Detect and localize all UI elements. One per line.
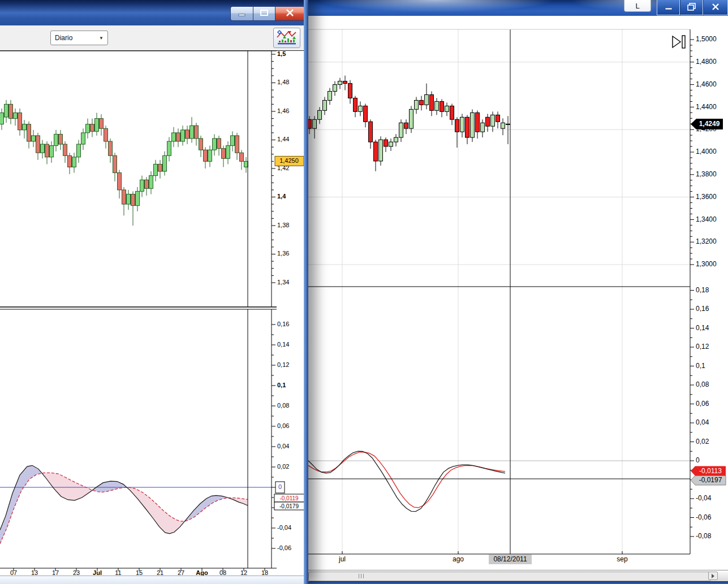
svg-text:0,16: 0,16: [277, 321, 289, 327]
svg-text:0,14: 0,14: [696, 324, 709, 332]
svg-text:0,18: 0,18: [696, 286, 709, 294]
svg-text:0: 0: [696, 456, 700, 464]
svg-text:1,4250: 1,4250: [279, 157, 299, 164]
svg-text:1,5000: 1,5000: [696, 35, 717, 43]
minimize-icon: [238, 10, 246, 18]
svg-text:-0,04: -0,04: [696, 494, 712, 502]
minimize-button[interactable]: [230, 6, 253, 21]
left-window-bottom-border: [0, 576, 304, 584]
svg-text:1,4400: 1,4400: [696, 103, 717, 111]
svg-text:0,08: 0,08: [696, 380, 709, 388]
svg-text:11: 11: [115, 569, 121, 576]
chart-settings-button[interactable]: [273, 28, 300, 48]
svg-text:1,5: 1,5: [277, 50, 286, 57]
left-chart-window: 1,51,481,461,441,421,41,381,361,340,160,…: [0, 0, 308, 584]
scrollbar-grip-icon: [359, 574, 364, 578]
svg-text:-0,0119: -0,0119: [279, 495, 299, 501]
svg-text:sep: sep: [617, 555, 628, 563]
svg-text:-0,0179: -0,0179: [279, 503, 299, 509]
horizontal-scrollbar[interactable]: [304, 570, 728, 582]
svg-text:0,02: 0,02: [696, 438, 709, 445]
left-window-controls: [230, 6, 305, 21]
svg-text:-0,04: -0,04: [277, 524, 291, 531]
svg-text:0,12: 0,12: [277, 361, 289, 368]
svg-text:1,3000: 1,3000: [696, 260, 717, 268]
svg-text:08: 08: [219, 569, 226, 576]
chart-settings-icon: [276, 29, 298, 47]
svg-text:0,06: 0,06: [696, 400, 709, 408]
close-icon: [286, 9, 294, 18]
svg-text:1,3200: 1,3200: [696, 237, 717, 245]
svg-text:23: 23: [73, 569, 80, 576]
svg-text:0,06: 0,06: [277, 422, 289, 429]
svg-text:1,4000: 1,4000: [696, 148, 717, 155]
svg-text:08/12/2011: 08/12/2011: [493, 555, 527, 563]
period-dropdown-value: Diario: [51, 34, 99, 42]
svg-text:17: 17: [52, 569, 59, 576]
close-button[interactable]: [275, 6, 305, 21]
step-forward-icon[interactable]: [671, 34, 688, 50]
left-window-titlebar[interactable]: [0, 0, 308, 25]
svg-text:1,4249: 1,4249: [699, 120, 720, 128]
svg-text:1,46: 1,46: [277, 107, 289, 114]
svg-text:0,1: 0,1: [696, 362, 705, 370]
svg-text:0,16: 0,16: [696, 305, 709, 313]
svg-text:0,08: 0,08: [277, 402, 289, 409]
svg-text:-0,06: -0,06: [696, 513, 712, 521]
svg-text:27: 27: [178, 569, 184, 576]
svg-text:1,4800: 1,4800: [696, 58, 717, 66]
svg-text:-0,0113: -0,0113: [699, 467, 722, 475]
arrow-right-icon: [712, 574, 714, 578]
svg-text:1,38: 1,38: [277, 222, 289, 228]
svg-text:1,3600: 1,3600: [696, 193, 717, 201]
maximize-button[interactable]: [253, 6, 275, 21]
svg-text:1,44: 1,44: [277, 136, 289, 142]
svg-text:0,12: 0,12: [696, 343, 709, 351]
svg-text:0,04: 0,04: [277, 443, 289, 449]
svg-text:-0,0197: -0,0197: [699, 476, 722, 484]
svg-text:-0,08: -0,08: [696, 532, 712, 540]
left-chart-canvas[interactable]: 1,51,481,461,441,421,41,381,361,340,160,…: [0, 0, 304, 576]
svg-text:1,4600: 1,4600: [696, 80, 717, 88]
svg-text:1,34: 1,34: [277, 279, 289, 285]
svg-text:1,48: 1,48: [277, 79, 289, 85]
svg-text:12: 12: [240, 569, 247, 576]
left-window-toolbar: Diario ▼: [0, 25, 304, 51]
chevron-down-icon: ▼: [99, 36, 107, 41]
svg-text:Ago: Ago: [196, 569, 208, 576]
svg-text:Jul: Jul: [93, 569, 102, 576]
svg-text:1,36: 1,36: [277, 250, 289, 257]
svg-text:13: 13: [31, 569, 38, 576]
svg-text:18: 18: [261, 569, 268, 576]
svg-text:0,04: 0,04: [696, 418, 709, 426]
svg-text:-0,06: -0,06: [277, 544, 291, 551]
svg-text:07: 07: [10, 569, 17, 576]
svg-text:21: 21: [157, 569, 163, 576]
right-window-bottom-border: [304, 581, 728, 584]
svg-text:1,3800: 1,3800: [696, 170, 717, 178]
svg-text:15: 15: [136, 569, 143, 576]
svg-text:1,3400: 1,3400: [696, 215, 717, 223]
period-dropdown[interactable]: Diario ▼: [50, 31, 108, 45]
svg-text:0,14: 0,14: [277, 341, 289, 348]
svg-text:0: 0: [278, 483, 282, 490]
svg-text:jul: jul: [338, 555, 346, 563]
scrollbar-thumb[interactable]: [308, 572, 711, 581]
scroll-right-button[interactable]: [708, 572, 718, 580]
svg-text:0,02: 0,02: [277, 463, 289, 470]
svg-text:ago: ago: [453, 555, 464, 563]
maximize-icon: [260, 9, 269, 18]
svg-text:1,4: 1,4: [277, 193, 286, 200]
svg-text:0,1: 0,1: [277, 382, 286, 388]
desktop: L: [0, 0, 728, 584]
left-window-right-border: [304, 0, 308, 584]
